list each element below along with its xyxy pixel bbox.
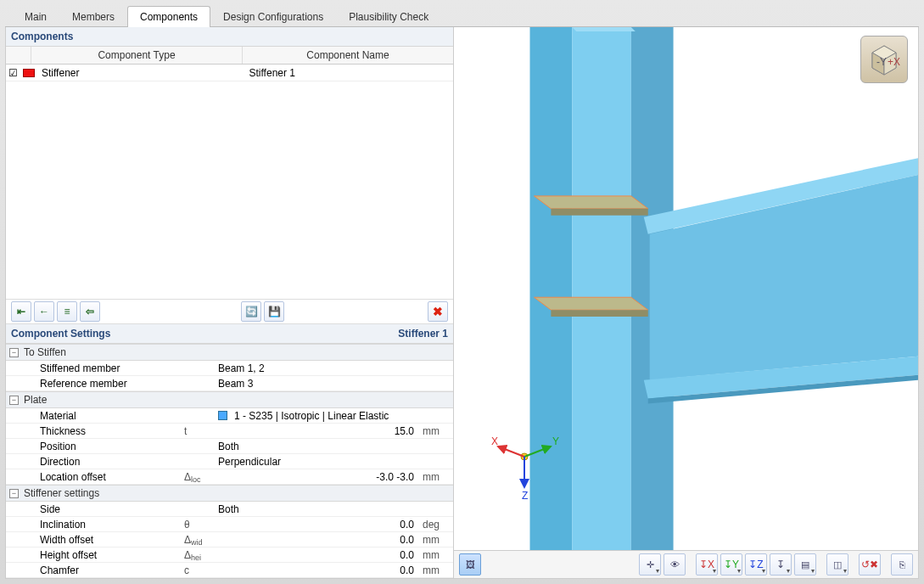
prop-symbol: Δhei: [184, 549, 218, 561]
prop-section-head[interactable]: −Plate: [6, 391, 453, 408]
axis-triad: X Y Z: [488, 431, 561, 504]
refresh-button[interactable]: 🔄: [241, 301, 261, 322]
svg-text:Z: Z: [522, 490, 528, 502]
row-type: Stiffener: [38, 67, 246, 79]
components-toolbar: ⇤ ← ≡ ⇦ 🔄 💾 ✖: [6, 299, 453, 324]
col-component-name[interactable]: Component Name: [243, 47, 453, 64]
property-grid[interactable]: −To StiffenStiffened memberBeam 1, 2Refe…: [6, 344, 453, 578]
prop-unit: mm: [417, 534, 453, 546]
col-component-type[interactable]: Component Type: [31, 47, 243, 64]
prop-value[interactable]: Both: [218, 503, 417, 515]
prop-label: Width offset: [23, 534, 184, 546]
svg-marker-1: [572, 27, 631, 550]
settings-title: Component Settings: [11, 328, 110, 340]
components-grid-header: Component Type Component Name: [6, 47, 453, 65]
prop-section-head[interactable]: −To Stiffen: [6, 344, 453, 361]
delete-button[interactable]: ✖: [428, 301, 448, 322]
viewport-3d[interactable]: -Y +X X Y Z: [454, 27, 918, 550]
prop-value[interactable]: Both: [218, 441, 417, 452]
prop-section-head[interactable]: −Stiffener settings: [6, 485, 453, 502]
prop-row[interactable]: Height offsetΔhei0.0mm: [6, 548, 453, 563]
view-cube-button[interactable]: ◫: [826, 553, 848, 576]
list-button[interactable]: ≡: [57, 301, 77, 322]
move-left-button[interactable]: ←: [34, 301, 54, 322]
tab-plausibility-check[interactable]: Plausibility Check: [336, 6, 441, 27]
prop-row[interactable]: Thicknesst15.0mm: [6, 424, 453, 439]
view-iso-button[interactable]: ↧: [770, 553, 792, 576]
move-first-button[interactable]: ⇤: [11, 301, 31, 322]
prop-symbol: Δloc: [184, 471, 218, 483]
row-color-swatch[interactable]: [23, 69, 35, 77]
prop-value[interactable]: 0.0: [218, 519, 417, 531]
prop-value[interactable]: 0.0: [218, 534, 417, 546]
view-fit-button[interactable]: 👁: [664, 553, 686, 576]
prop-label: Thickness: [23, 425, 184, 437]
prop-row[interactable]: SideBoth: [6, 502, 453, 517]
prop-section-title: To Stiffen: [24, 346, 66, 358]
axes-toggle-button[interactable]: ✛: [639, 553, 661, 576]
expander-icon[interactable]: −: [9, 348, 19, 357]
prop-section-title: Plate: [24, 394, 47, 406]
expander-icon[interactable]: −: [9, 489, 19, 498]
main-tabs: Main Members Components Design Configura…: [5, 5, 919, 27]
view-reset-button[interactable]: ↺✖: [859, 553, 881, 576]
prop-row[interactable]: PositionBoth: [6, 439, 453, 454]
material-swatch: [218, 411, 227, 420]
prop-value[interactable]: 0.0: [218, 549, 417, 561]
view-x-button[interactable]: ↧X: [696, 553, 718, 576]
prop-row[interactable]: Stiffened memberBeam 1, 2: [6, 361, 453, 376]
prop-row[interactable]: Inclinationθ0.0deg: [6, 517, 453, 532]
expander-icon[interactable]: −: [9, 396, 19, 405]
prop-unit: mm: [417, 425, 453, 437]
prop-row[interactable]: Reference memberBeam 3: [6, 376, 453, 391]
prop-row[interactable]: Chamferc0.0mm: [6, 563, 453, 578]
prop-value[interactable]: Beam 3: [218, 378, 417, 390]
row-checkbox[interactable]: ☑: [6, 67, 20, 79]
prop-row[interactable]: Material1 - S235 | Isotropic | Linear El…: [6, 408, 453, 424]
tab-design-configurations[interactable]: Design Configurations: [210, 6, 336, 27]
prop-value[interactable]: 15.0: [218, 425, 417, 437]
prop-section-title: Stiffener settings: [24, 487, 99, 499]
prop-unit: mm: [417, 471, 453, 483]
prop-row[interactable]: Location offsetΔloc-3.0 -3.0mm: [6, 469, 453, 485]
components-panel-header: Components: [6, 27, 453, 47]
prop-label: Chamfer: [23, 564, 184, 576]
svg-text:Y: Y: [552, 435, 559, 447]
view-layers-button[interactable]: ▤: [794, 553, 816, 576]
navigation-cube[interactable]: -Y +X: [860, 36, 908, 83]
svg-marker-4: [534, 196, 647, 209]
prop-value[interactable]: Perpendicular: [218, 456, 417, 468]
left-pane: Components Component Type Component Name…: [6, 27, 454, 578]
prop-symbol: Δwid: [184, 534, 218, 546]
view-z-button[interactable]: ↧Z: [745, 553, 767, 576]
prop-label: Inclination: [23, 519, 184, 531]
view-mode-button[interactable]: 🖼: [459, 553, 481, 576]
prop-value[interactable]: 0.0: [218, 564, 417, 576]
table-row[interactable]: ☑ Stiffener Stiffener 1: [6, 65, 453, 81]
prop-label: Location offset: [23, 471, 184, 483]
prop-row[interactable]: DirectionPerpendicular: [6, 454, 453, 469]
prop-value[interactable]: 1 - S235 | Isotropic | Linear Elastic: [218, 410, 417, 422]
settings-panel-header: Component Settings Stiffener 1: [6, 324, 453, 344]
prop-value[interactable]: -3.0 -3.0: [218, 471, 417, 483]
prop-symbol: c: [184, 564, 218, 576]
prop-unit: mm: [417, 549, 453, 561]
prop-row[interactable]: Width offsetΔwid0.0mm: [6, 532, 453, 548]
tab-components[interactable]: Components: [127, 6, 210, 27]
prop-value[interactable]: Beam 1, 2: [218, 362, 417, 374]
list-move-button[interactable]: ⇦: [80, 301, 100, 322]
prop-unit: mm: [417, 564, 453, 576]
view-toolbar: 🖼 ✛ 👁 ↧X ↧Y ↧Z ↧ ▤ ◫ ↺✖ ⎘: [454, 550, 918, 578]
tab-main[interactable]: Main: [12, 6, 59, 27]
components-grid-body[interactable]: ☑ Stiffener Stiffener 1: [6, 65, 453, 299]
view-y-button[interactable]: ↧Y: [720, 553, 742, 576]
prop-label: Direction: [23, 456, 184, 468]
save-button[interactable]: 💾: [264, 301, 284, 322]
prop-symbol: t: [184, 425, 218, 437]
svg-line-19: [498, 446, 524, 457]
svg-marker-9: [650, 175, 918, 380]
view-expand-button[interactable]: ⎘: [891, 553, 913, 576]
prop-unit: deg: [417, 519, 453, 531]
tab-members[interactable]: Members: [59, 6, 127, 27]
svg-text:-Y: -Y: [876, 56, 887, 68]
